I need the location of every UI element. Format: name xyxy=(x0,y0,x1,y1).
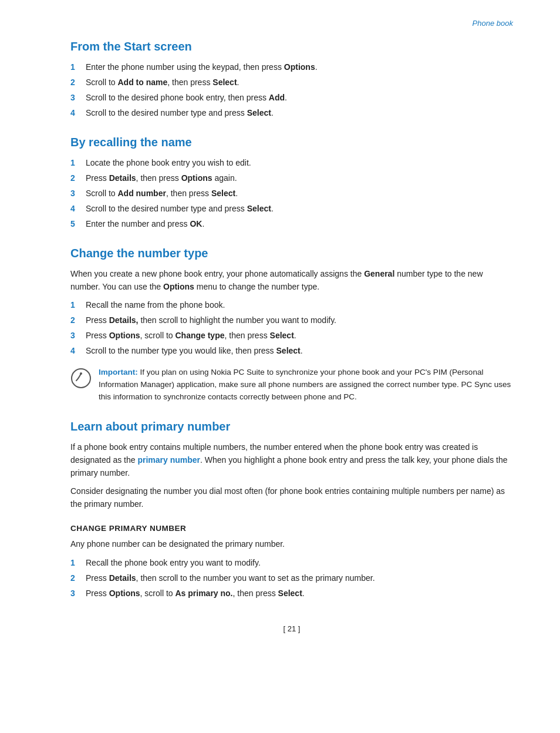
list-item: 1 Locate the phone book entry you wish t… xyxy=(70,157,513,169)
list-item: 3 Scroll to the desired phone book entry… xyxy=(70,92,513,104)
step-text: Scroll to Add number, then press Select. xyxy=(86,187,238,200)
step-text: Scroll to the number type you would like… xyxy=(86,345,303,357)
step-number: 5 xyxy=(70,218,82,230)
section-title-change-type: Change the number type xyxy=(70,244,513,262)
subsection-title-change-primary: CHANGE PRIMARY NUMBER xyxy=(70,523,513,534)
step-text: Press Details, then press Options again. xyxy=(86,172,237,184)
note-important-label: Important: xyxy=(99,368,138,376)
step-text: Scroll to the desired phone book entry, … xyxy=(86,92,287,104)
list-item: 4 Scroll to the desired number type and … xyxy=(70,203,513,215)
step-number: 3 xyxy=(70,329,82,342)
section-title-learn-primary: Learn about primary number xyxy=(70,418,513,435)
change-type-intro: When you create a new phone book entry, … xyxy=(70,268,513,293)
svg-point-0 xyxy=(72,369,90,388)
list-item: 1 Recall the name from the phone book. xyxy=(70,299,513,311)
section-title-from-start: From the Start screen xyxy=(70,38,513,55)
section-title-by-recalling: By recalling the name xyxy=(70,133,513,151)
list-item: 2 Scroll to Add to name, then press Sele… xyxy=(70,76,513,89)
step-text: Press Details, then scroll to highlight … xyxy=(86,314,336,327)
step-text: Press Options, scroll to Change type, th… xyxy=(86,329,296,342)
list-item: 2 Press Details, then scroll to highligh… xyxy=(70,314,513,327)
list-item: 2 Press Details, then scroll to the numb… xyxy=(70,572,513,584)
step-number: 1 xyxy=(70,557,82,569)
step-text: Scroll to the desired number type and pr… xyxy=(86,107,274,119)
note-text: Important: If you plan on using Nokia PC… xyxy=(99,366,513,404)
step-text: Scroll to the desired number type and pr… xyxy=(86,203,274,215)
step-text: Press Options, scroll to As primary no.,… xyxy=(86,587,305,600)
note-icon xyxy=(70,368,92,389)
step-text: Recall the name from the phone book. xyxy=(86,299,225,311)
step-text: Press Details, then scroll to the number… xyxy=(86,572,375,584)
step-number: 3 xyxy=(70,587,82,600)
list-item: 3 Scroll to Add number, then press Selec… xyxy=(70,187,513,200)
list-item: 3 Press Options, scroll to Change type, … xyxy=(70,329,513,342)
step-number: 3 xyxy=(70,187,82,200)
step-number: 2 xyxy=(70,76,82,89)
list-item: 1 Recall the phone book entry you want t… xyxy=(70,557,513,569)
step-number: 1 xyxy=(70,157,82,169)
page-content: Phone book From the Start screen 1 Enter… xyxy=(0,0,560,733)
by-recalling-list: 1 Locate the phone book entry you wish t… xyxy=(70,157,513,230)
header-page-ref: Phone book xyxy=(473,18,513,29)
step-number: 4 xyxy=(70,107,82,119)
svg-point-1 xyxy=(80,372,82,375)
primary-number-link: primary number xyxy=(137,455,200,465)
step-number: 1 xyxy=(70,61,82,73)
list-item: 2 Press Details, then press Options agai… xyxy=(70,172,513,184)
change-primary-intro: Any phone number can be designated the p… xyxy=(70,538,513,551)
step-text: Locate the phone book entry you wish to … xyxy=(86,157,251,169)
learn-primary-body2: Consider designating the number you dial… xyxy=(70,485,513,510)
note-box: Important: If you plan on using Nokia PC… xyxy=(70,366,513,404)
step-number: 1 xyxy=(70,299,82,311)
step-number: 3 xyxy=(70,92,82,104)
step-number: 4 xyxy=(70,203,82,215)
step-number: 2 xyxy=(70,572,82,584)
step-number: 2 xyxy=(70,172,82,184)
list-item: 1 Enter the phone number using the keypa… xyxy=(70,61,513,73)
list-item: 3 Press Options, scroll to As primary no… xyxy=(70,587,513,600)
from-start-list: 1 Enter the phone number using the keypa… xyxy=(70,61,513,119)
list-item: 4 Scroll to the desired number type and … xyxy=(70,107,513,119)
change-primary-list: 1 Recall the phone book entry you want t… xyxy=(70,557,513,600)
step-number: 4 xyxy=(70,345,82,357)
list-item: 5 Enter the number and press OK. xyxy=(70,218,513,230)
change-type-list: 1 Recall the name from the phone book. 2… xyxy=(70,299,513,357)
step-text: Enter the phone number using the keypad,… xyxy=(86,61,318,73)
list-item: 4 Scroll to the number type you would li… xyxy=(70,345,513,357)
step-text: Recall the phone book entry you want to … xyxy=(86,557,261,569)
learn-primary-body1: If a phone book entry contains multiple … xyxy=(70,441,513,479)
step-text: Scroll to Add to name, then press Select… xyxy=(86,76,239,89)
page-number: [ 21 ] xyxy=(70,623,513,635)
step-number: 2 xyxy=(70,314,82,327)
step-text: Enter the number and press OK. xyxy=(86,218,204,230)
